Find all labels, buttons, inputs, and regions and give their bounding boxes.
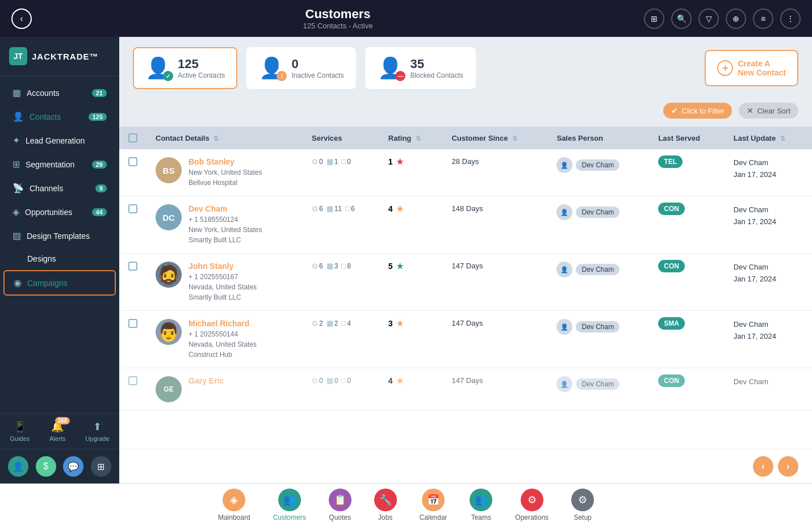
dock-person-icon[interactable]: 👤 — [8, 456, 28, 477]
sidebar-item-contacts[interactable]: 👤 Contacts 125 — [3, 105, 116, 128]
top-header: ‹ Customers 125 Contacts - Active ⊞ 🔍 ▽ … — [0, 0, 812, 37]
services-cell: ⊙6 ▦11 □6 — [312, 204, 370, 213]
nav-calendar[interactable]: 📅 Calendar — [408, 485, 459, 525]
campaigns-icon: ◉ — [14, 277, 22, 288]
header-center: Customers 125 Contacts - Active — [303, 7, 373, 30]
dock-dollar-icon[interactable]: $ — [36, 456, 56, 477]
nav-teams[interactable]: 👥 Teams — [458, 485, 504, 525]
customers-icon: 👥 — [278, 489, 301, 511]
guides-icon: 📱 — [14, 420, 26, 433]
contact-name[interactable]: Dev Cham — [189, 204, 262, 213]
next-page-button[interactable]: › — [778, 456, 798, 477]
active-contacts-card[interactable]: 👤 ✓ 125 Active Contacts — [133, 47, 237, 89]
dock-grid-icon[interactable]: ⊞ — [91, 456, 111, 477]
rating-sort-icon: ⇅ — [416, 135, 421, 142]
svc-icon-3: □ — [341, 319, 346, 327]
sidebar-item-designs[interactable]: Designs — [3, 248, 116, 270]
active-count: 125 — [178, 57, 225, 71]
nav-operations[interactable]: ⚙ Operations — [504, 485, 560, 525]
blocked-count: 35 — [410, 57, 463, 71]
header-right: ⊞ 🔍 ▽ ⊕ ≡ ⋮ — [644, 9, 801, 29]
sidebar-item-segmentation[interactable]: ⊞ Segmentation 29 — [3, 153, 116, 176]
quotes-icon: 📋 — [329, 489, 351, 511]
customer-since-sort-icon: ⇅ — [512, 135, 517, 142]
row-checkbox[interactable] — [128, 376, 137, 385]
teams-icon: 👥 — [470, 489, 492, 511]
last-served-badge: TEL — [658, 155, 683, 168]
customer-since-cell: 28 Days — [442, 149, 547, 196]
contact-name[interactable]: Michael Richard — [189, 319, 257, 328]
nav-setup[interactable]: ⚙ Setup — [560, 485, 605, 525]
inactive-contacts-card[interactable]: 👤 ! 0 Inactive Contacts — [246, 47, 356, 89]
sales-person-cell: 👤 Dev Cham — [556, 204, 640, 220]
svc-icon-2: ▦ — [327, 319, 333, 327]
click-to-filter-button[interactable]: ✔ Click to Filter — [663, 103, 732, 119]
last-update-cell: Dev ChamJan 17, 2024 — [725, 254, 812, 311]
page-subtitle: 125 Contacts - Active — [303, 22, 373, 30]
prev-page-button[interactable]: ‹ — [753, 456, 773, 477]
table-row: BS Bob Stanley New York, United StatesBe… — [119, 149, 812, 196]
header-left: ‹ — [11, 9, 32, 29]
sidebar-item-opportunities[interactable]: ◈ Opportunities 44 — [3, 200, 116, 224]
select-all-checkbox[interactable] — [128, 133, 137, 142]
page-title: Customers — [303, 7, 373, 22]
grid-icon-btn[interactable]: ⊞ — [644, 9, 664, 29]
row-checkbox[interactable] — [128, 262, 137, 271]
svc-icon-3: □ — [341, 376, 346, 385]
inactive-contact-icon: 👤 ! — [259, 56, 284, 80]
inactive-label: Inactive Contacts — [291, 71, 344, 79]
add-icon-btn[interactable]: ⊕ — [726, 9, 746, 29]
content-area: 👤 ✓ 125 Active Contacts 👤 ! 0 Inactive C… — [119, 37, 812, 483]
table-header-row: Contact Details ⇅ Services Rating ⇅ Cust… — [119, 127, 812, 149]
contact-location: + 1 2025550167Nevada, United StatesSmart… — [189, 272, 257, 302]
design-templates-icon: ▨ — [12, 230, 21, 241]
col-last-update[interactable]: Last Update ⇅ — [725, 127, 812, 149]
nav-jobs[interactable]: 🔧 Jobs — [363, 485, 408, 525]
more-icon-btn[interactable]: ⋮ — [780, 9, 801, 29]
table-row: GE Gary Eric ⊙0 ▦0 □0 — [119, 368, 812, 411]
back-button[interactable]: ‹ — [11, 9, 32, 29]
col-customer-since[interactable]: Customer Since ⇅ — [442, 127, 547, 149]
nav-customers[interactable]: 👥 Customers — [262, 485, 317, 525]
filter-icon-btn[interactable]: ▽ — [698, 9, 719, 29]
row-checkbox[interactable] — [128, 157, 137, 166]
calendar-icon: 📅 — [422, 489, 445, 511]
nav-mainboard[interactable]: ◈ Mainboard — [207, 485, 262, 525]
blocked-contacts-card[interactable]: 👤 — 35 Blocked Contacts — [365, 47, 475, 89]
services-cell: ⊙2 ▦2 □4 — [312, 319, 370, 327]
customer-since-cell: 148 Days — [442, 196, 547, 254]
upgrade-button[interactable]: ⬆ Upgrade — [85, 420, 109, 442]
sidebar-item-channels[interactable]: 📡 Channels 9 — [3, 176, 116, 200]
sidebar-item-lead-generation[interactable]: ✦ Lead Generation — [3, 129, 116, 152]
row-checkbox[interactable] — [128, 204, 137, 213]
logo-icon: JT — [9, 47, 27, 65]
create-contact-button[interactable]: + Create ANew Contact — [705, 50, 798, 86]
services-cell: ⊙0 ▦1 □0 — [312, 157, 370, 166]
list-icon-btn[interactable]: ≡ — [753, 9, 773, 29]
sidebar-item-campaigns[interactable]: ◉ Campaigns — [3, 270, 116, 296]
star-icon: ★ — [396, 204, 404, 213]
avatar: DC — [156, 204, 182, 230]
row-checkbox[interactable] — [128, 319, 137, 328]
svc-icon-2: ▦ — [327, 376, 333, 385]
sales-person-cell: 👤 Dev Cham — [556, 319, 640, 335]
last-served-badge: CON — [658, 260, 685, 272]
contact-name[interactable]: Bob Stanley — [189, 157, 262, 166]
sidebar: JT JACKTRADE™ ▦ Accounts 21 👤 Contacts 1… — [0, 37, 119, 483]
lead-gen-icon: ✦ — [12, 135, 20, 146]
sidebar-item-accounts[interactable]: ▦ Accounts 21 — [3, 81, 116, 104]
sort-x-icon: ✕ — [747, 106, 754, 115]
rating-cell: 3★ — [388, 319, 434, 328]
alerts-button[interactable]: 🔔 268 Alerts — [49, 420, 65, 442]
dock-chat-icon[interactable]: 💬 — [63, 456, 83, 477]
guides-button[interactable]: 📱 Guides — [10, 420, 30, 442]
search-icon-btn[interactable]: 🔍 — [671, 9, 692, 29]
star-icon: ★ — [396, 157, 404, 166]
nav-quotes[interactable]: 📋 Quotes — [317, 485, 363, 525]
contact-name[interactable]: John Stanly — [189, 262, 257, 271]
contact-name[interactable]: Gary Eric — [189, 376, 224, 385]
col-contact-details[interactable]: Contact Details ⇅ — [147, 127, 303, 149]
clear-sort-button[interactable]: ✕ Clear Sort — [739, 103, 798, 119]
col-rating[interactable]: Rating ⇅ — [379, 127, 443, 149]
sidebar-item-design-templates[interactable]: ▨ Design Templates — [3, 224, 116, 247]
